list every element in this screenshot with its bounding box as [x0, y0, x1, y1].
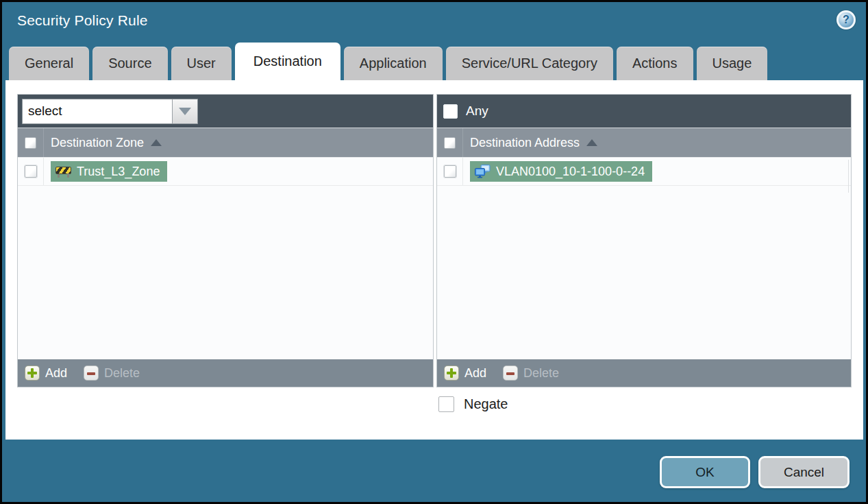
address-icon [475, 165, 491, 178]
tab-bar: General Source User Destination Applicat… [9, 43, 767, 80]
zone-row-checkbox[interactable] [25, 165, 37, 178]
zone-select-all-cell [18, 128, 44, 157]
dialog-title: Security Policy Rule [17, 12, 148, 29]
plus-icon [25, 365, 40, 381]
zone-value-label: Trust_L3_Zone [77, 165, 160, 179]
negate-label: Negate [464, 396, 508, 412]
address-add-label: Add [464, 366, 486, 381]
address-delete-label: Delete [523, 366, 559, 381]
address-add-button[interactable]: Add [444, 365, 486, 381]
address-panel-footer: Add Delete [437, 359, 851, 387]
negate-checkbox[interactable] [438, 396, 454, 412]
tab-general[interactable]: General [9, 47, 89, 80]
address-select-all-checkbox[interactable] [444, 137, 456, 149]
any-checkbox[interactable] [443, 104, 458, 119]
address-row-checkbox-cell [437, 158, 463, 185]
zone-row-checkbox-cell [18, 158, 44, 185]
any-label: Any [466, 104, 488, 119]
destination-zone-panel: Destination Zone Trust_L3_Zone [17, 94, 434, 387]
chevron-down-icon [179, 108, 191, 115]
zone-table-row[interactable]: Trust_L3_Zone [18, 158, 433, 186]
tab-service-url-category[interactable]: Service/URL Category [446, 47, 613, 80]
tab-usage[interactable]: Usage [697, 47, 768, 80]
minus-icon [84, 365, 99, 381]
zone-add-label: Add [45, 366, 67, 381]
sort-ascending-icon[interactable] [586, 139, 597, 146]
address-value-label: VLAN0100_10-1-100-0--24 [496, 165, 645, 179]
zone-add-button[interactable]: Add [25, 365, 67, 381]
sort-ascending-icon[interactable] [151, 139, 162, 146]
address-row-checkbox[interactable] [444, 165, 456, 178]
ok-button[interactable]: OK [660, 456, 750, 488]
zone-panel-footer: Add Delete [18, 359, 433, 387]
screenshot-root: Security Policy Rule ? General Source Us… [0, 0, 868, 504]
cancel-button[interactable]: Cancel [758, 456, 850, 488]
tab-source[interactable]: Source [92, 47, 167, 80]
zone-icon [55, 166, 71, 178]
help-icon[interactable]: ? [836, 10, 856, 29]
negate-control: Negate [438, 396, 508, 412]
zone-panel-toolbar [18, 95, 433, 128]
destination-address-panel: Any Destination Address [436, 94, 852, 387]
address-column-header[interactable]: Destination Address [470, 136, 580, 150]
tab-user[interactable]: User [171, 47, 232, 80]
tab-destination[interactable]: Destination [235, 43, 340, 80]
zone-filter-combobox [22, 99, 198, 124]
address-rows-area: VLAN0100_10-1-100-0--24 [437, 157, 851, 359]
tab-application[interactable]: Application [344, 47, 443, 80]
title-bar: Security Policy Rule ? [2, 2, 866, 40]
zone-rows-area: Trust_L3_Zone [18, 157, 433, 359]
help-glyph: ? [843, 14, 850, 26]
zone-delete-button[interactable]: Delete [84, 365, 140, 381]
zone-delete-label: Delete [104, 366, 140, 381]
address-value-chip[interactable]: VLAN0100_10-1-100-0--24 [470, 161, 652, 182]
zone-value-chip[interactable]: Trust_L3_Zone [51, 161, 167, 182]
address-column-header-row: Destination Address [437, 128, 851, 157]
security-policy-rule-dialog: Security Policy Rule ? General Source Us… [2, 2, 866, 502]
zone-column-header[interactable]: Destination Zone [51, 136, 144, 150]
zone-filter-input[interactable] [23, 99, 172, 123]
address-select-all-cell [437, 128, 463, 157]
scrollbar-track [848, 160, 849, 193]
minus-icon [503, 365, 518, 381]
tab-actions[interactable]: Actions [617, 47, 693, 80]
zone-column-header-row: Destination Zone [18, 128, 433, 157]
address-delete-button[interactable]: Delete [503, 365, 559, 381]
plus-icon [444, 365, 459, 381]
address-table-row[interactable]: VLAN0100_10-1-100-0--24 [437, 158, 851, 186]
destination-tab-content: Destination Zone Trust_L3_Zone [5, 80, 863, 440]
zone-select-all-checkbox[interactable] [25, 137, 36, 149]
zone-filter-dropdown-button[interactable] [172, 99, 197, 123]
address-panel-toolbar: Any [437, 95, 851, 128]
